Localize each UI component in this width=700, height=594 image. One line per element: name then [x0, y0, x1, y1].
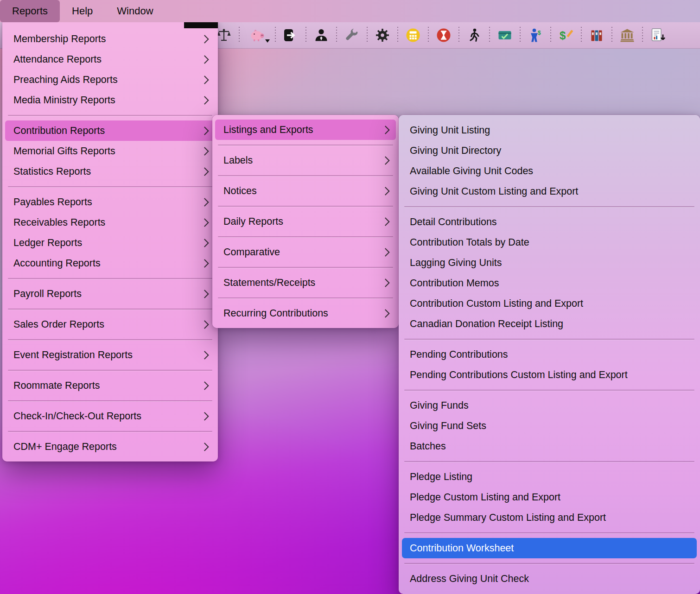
menu-item-event-registration-reports[interactable]: Event Registration Reports [2, 345, 218, 365]
menubar-item-help[interactable]: Help [60, 0, 105, 22]
menu-item-pending-contributions[interactable]: Pending Contributions [399, 344, 700, 365]
menu-item-sales-order-reports[interactable]: Sales Order Reports [2, 314, 218, 335]
menu-item-memorial-gifts-reports[interactable]: Memorial Gifts Reports [2, 141, 218, 161]
toolbar-button-walking-person[interactable] [463, 25, 486, 46]
menu-item-giving-funds[interactable]: Giving Funds [399, 395, 700, 416]
menu-item-comparative[interactable]: Comparative [212, 242, 399, 262]
toolbar-button-calculator[interactable] [401, 25, 425, 46]
toolbar-button-check-card[interactable] [493, 25, 516, 46]
menu-item-pledge-summary-custom-listing-and-export[interactable]: Pledge Summary Custom Listing and Export [399, 507, 700, 528]
menu-item-contribution-worksheet[interactable]: Contribution Worksheet [402, 538, 697, 558]
toolbar-button-exit[interactable] [279, 25, 302, 46]
menu-item-ledger-reports[interactable]: Ledger Reports [2, 233, 218, 253]
menu-item-daily-reports[interactable]: Daily Reports [212, 211, 399, 232]
toolbar-divider [275, 27, 276, 44]
toolbar-divider [458, 27, 459, 44]
submenu-chevron-icon [200, 167, 209, 176]
menu-item-label: Available Giving Unit Codes [410, 165, 533, 177]
menu-item-lagging-giving-units[interactable]: Lagging Giving Units [399, 253, 700, 273]
toolbar-divider [305, 27, 306, 44]
menu-item-canadian-donation-receipt-listing[interactable]: Canadian Donation Receipt Listing [399, 314, 700, 334]
toolbar-divider [520, 27, 521, 44]
menu-item-roommate-reports[interactable]: Roommate Reports [2, 375, 218, 396]
menu-item-statements-receipts[interactable]: Statements/Receipts [212, 272, 399, 293]
menu-item-attendance-reports[interactable]: Attendance Reports [2, 49, 218, 70]
menu-item-giving-unit-directory[interactable]: Giving Unit Directory [399, 140, 700, 161]
menu-item-label: Contribution Worksheet [410, 543, 514, 554]
menu-item-receivables-reports[interactable]: Receivables Reports [2, 212, 218, 233]
menu-item-label: Giving Fund Sets [410, 420, 486, 432]
menu-item-label: Check-In/Check-Out Reports [13, 411, 141, 422]
menu-item-label: Pledge Custom Listing and Export [410, 492, 560, 503]
menu-item-label: Batches [410, 441, 446, 452]
menubar-item-window[interactable]: Window [105, 0, 165, 22]
toolbar-button-gear[interactable] [371, 25, 394, 46]
reports-menu: Membership ReportsAttendance ReportsPrea… [2, 22, 218, 461]
menu-item-contribution-custom-listing-and-export[interactable]: Contribution Custom Listing and Export [399, 293, 700, 314]
menu-item-label: Pledge Summary Custom Listing and Export [410, 512, 606, 524]
toolbar-button-report-export[interactable] [646, 25, 669, 46]
menu-bar: ReportsHelpWindow [0, 0, 700, 22]
menu-item-pending-contributions-custom-listing-and-export[interactable]: Pending Contributions Custom Listing and… [399, 365, 700, 385]
menu-item-label: Contribution Totals by Date [410, 237, 529, 248]
toolbar-button-hourglass[interactable] [432, 25, 455, 46]
menu-item-recurring-contributions[interactable]: Recurring Contributions [212, 303, 399, 323]
menu-separator [8, 339, 212, 340]
menu-item-label: Ledger Reports [13, 237, 82, 249]
menu-item-listings-and-exports[interactable]: Listings and Exports [215, 120, 396, 140]
menu-item-giving-fund-sets[interactable]: Giving Fund Sets [399, 416, 700, 436]
menu-item-media-ministry-reports[interactable]: Media Ministry Reports [2, 90, 218, 110]
toolbar-button-person-dollar[interactable]: $ [524, 25, 547, 46]
menu-item-check-in-check-out-reports[interactable]: Check-In/Check-Out Reports [2, 406, 218, 426]
menu-item-statistics-reports[interactable]: Statistics Reports [2, 161, 218, 182]
menu-item-label: Roommate Reports [13, 380, 100, 392]
menu-separator [8, 186, 212, 187]
hourglass-icon [436, 28, 451, 43]
menu-item-contribution-memos[interactable]: Contribution Memos [399, 273, 700, 293]
menu-item-giving-unit-listing[interactable]: Giving Unit Listing [399, 120, 700, 140]
menu-item-membership-reports[interactable]: Membership Reports [2, 29, 218, 49]
toolbar-button-binders[interactable] [585, 25, 608, 46]
menu-item-label: Statements/Receipts [223, 277, 315, 289]
menu-separator [8, 115, 212, 116]
toolbar-button-bank[interactable] [616, 25, 639, 46]
toolbar-button-person[interactable] [310, 25, 333, 46]
menu-item-preaching-aids-reports[interactable]: Preaching Aids Reports [2, 70, 218, 90]
menu-item-detail-contributions[interactable]: Detail Contributions [399, 212, 700, 232]
menubar-item-reports[interactable]: Reports [0, 0, 60, 22]
toolbar-button-wrench[interactable] [340, 25, 363, 46]
menu-item-payroll-reports[interactable]: Payroll Reports [2, 284, 218, 304]
menu-item-label: Comparative [223, 246, 280, 258]
menu-item-label: Lagging Giving Units [410, 257, 502, 269]
menu-item-contribution-reports[interactable]: Contribution Reports [5, 120, 215, 141]
menu-item-giving-unit-custom-listing-and-export[interactable]: Giving Unit Custom Listing and Export [399, 181, 700, 202]
contribution-reports-submenu: Listings and ExportsLabelsNoticesDaily R… [212, 115, 399, 328]
submenu-chevron-icon [200, 147, 209, 155]
menu-item-label: Memorial Gifts Reports [13, 145, 115, 157]
menu-item-label: Receivables Reports [13, 217, 105, 228]
submenu-chevron-icon [200, 35, 209, 43]
menu-item-pledge-listing[interactable]: Pledge Listing [399, 467, 700, 487]
menu-item-payables-reports[interactable]: Payables Reports [2, 192, 218, 212]
menu-item-labels[interactable]: Labels [212, 150, 399, 171]
menu-item-address-giving-unit-check[interactable]: Address Giving Unit Check [399, 569, 700, 589]
menu-item-available-giving-unit-codes[interactable]: Available Giving Unit Codes [399, 161, 700, 181]
menu-item-pledge-custom-listing-and-export[interactable]: Pledge Custom Listing and Export [399, 487, 700, 507]
menu-item-cdmplus-engage-reports[interactable]: CDM+ Engage Reports [2, 436, 218, 457]
menu-item-batches[interactable]: Batches [399, 436, 700, 456]
toolbar-divider [581, 27, 582, 44]
toolbar-divider [611, 27, 612, 44]
toolbar-button-piggy-bank[interactable] [243, 25, 272, 46]
menu-item-label: Giving Unit Custom Listing and Export [410, 186, 578, 197]
menu-item-contribution-totals-by-date[interactable]: Contribution Totals by Date [399, 232, 700, 253]
toolbar-button-dollar-pencil[interactable]: $ [554, 25, 578, 46]
menu-item-label: Canadian Donation Receipt Listing [410, 318, 563, 330]
scales-icon [216, 28, 231, 43]
menu-item-accounting-reports[interactable]: Accounting Reports [2, 253, 218, 273]
menu-item-notices[interactable]: Notices [212, 181, 399, 201]
svg-text:$: $ [560, 29, 566, 42]
submenu-chevron-icon [200, 55, 209, 63]
person-dollar-icon: $ [528, 28, 543, 43]
toolbar-divider [367, 27, 368, 44]
binders-icon [589, 28, 604, 43]
